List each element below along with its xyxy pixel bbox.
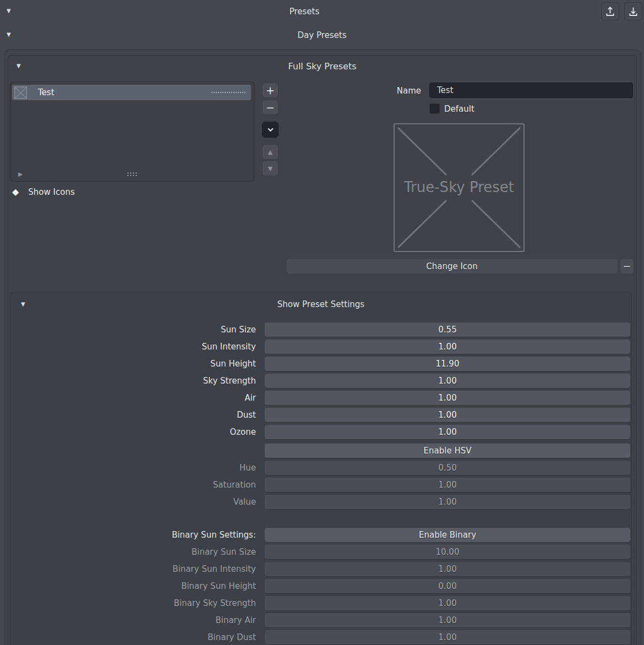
slider-sky-strength[interactable]: 1.00 (265, 374, 630, 388)
setting-label-sun-height: Sun Height (10, 357, 256, 371)
day-presets-panel-title: Day Presets (0, 27, 644, 43)
disclosure-triangle-icon[interactable]: ▼ (17, 63, 21, 69)
name-label: Name (286, 86, 421, 96)
slider-value: 1.00 (438, 598, 456, 608)
slider-value: 1.00 (438, 393, 456, 403)
preset-specials-dropdown-button[interactable] (262, 122, 279, 138)
setting-label-sky-strength: Sky Strength (10, 374, 256, 388)
setting-row: Binary Air1.00 (10, 613, 631, 627)
setting-label-ozone: Ozone (10, 425, 256, 439)
chevron-down-icon (266, 125, 275, 134)
preset-list-item[interactable]: Test (12, 85, 251, 100)
slider-value: 0.55 (438, 325, 456, 335)
remove-icon-button[interactable]: − (620, 258, 634, 274)
presets-panel-title: Presets (0, 3, 609, 20)
slider-sun-intensity[interactable]: 1.00 (265, 340, 630, 354)
setting-row: Enable HSV (10, 444, 631, 458)
setting-label-hue: Hue (10, 461, 256, 475)
missing-image-icon (14, 86, 28, 100)
import-presets-button[interactable] (624, 2, 642, 20)
settings-group: Enable HSVHue0.50Saturation1.00Value1.00 (10, 444, 631, 509)
full-sky-presets-title: Full Sky Presets (8, 58, 637, 75)
setting-label-saturation: Saturation (10, 478, 256, 492)
setting-label-blank (10, 444, 256, 458)
setting-label-air: Air (10, 391, 256, 405)
setting-row: Binary Sun Settings:Enable Binary (10, 528, 631, 542)
preset-list: Test ▶ (10, 81, 254, 182)
setting-row: Air1.00 (10, 391, 631, 405)
setting-row: Binary Sky Strength1.00 (10, 596, 631, 610)
default-checkbox[interactable] (429, 103, 440, 114)
setting-label-binary-air: Binary Air (10, 613, 256, 627)
settings-group: Sun Size0.55Sun Intensity1.00Sun Height1… (10, 322, 631, 439)
setting-label-binary-sun-intensity: Binary Sun Intensity (10, 562, 256, 576)
show-preset-settings-title[interactable]: Show Preset Settings (10, 299, 631, 309)
disclosure-triangle-icon[interactable]: ▼ (7, 8, 11, 14)
slider-dust[interactable]: 1.00 (265, 408, 630, 422)
slider-value: 1.00 (438, 342, 456, 352)
triangle-up-icon: ▲ (268, 149, 272, 155)
setting-row: Sky Strength1.00 (10, 374, 631, 388)
slider-value: 1.00 (438, 376, 456, 386)
setting-row: Ozone1.00 (10, 425, 631, 439)
setting-row: Binary Sun Height0.00 (10, 579, 631, 593)
slider-value: 1.00 (438, 410, 456, 420)
setting-row: Sun Height11.90 (10, 357, 631, 371)
slider-binary-sky-strength[interactable]: 1.00 (265, 596, 630, 610)
name-input[interactable] (429, 83, 633, 98)
day-presets-panel-header[interactable]: ▼ Day Presets (0, 27, 644, 43)
add-preset-button[interactable]: + (262, 83, 279, 98)
setting-label-value: Value (10, 495, 256, 509)
disclosure-triangle-icon[interactable]: ▼ (7, 32, 11, 37)
slider-value: 0.50 (438, 463, 456, 473)
export-presets-button[interactable] (601, 2, 619, 20)
slider-binary-sun-height[interactable]: 0.00 (265, 579, 630, 593)
enable-hsv-toggle[interactable]: Enable HSV (265, 444, 630, 458)
minus-icon: − (266, 102, 275, 113)
slider-value[interactable]: 1.00 (265, 495, 630, 509)
setting-label-binary-dust: Binary Dust (10, 630, 256, 644)
move-preset-up-button[interactable]: ▲ (262, 144, 279, 160)
full-sky-presets-header[interactable]: ▼ Full Sky Presets (8, 58, 637, 75)
enable-binary-toggle[interactable]: Enable Binary (265, 528, 630, 542)
slider-hue[interactable]: 0.50 (265, 461, 630, 475)
slider-value: 11.90 (436, 359, 460, 369)
list-footer: ▶ (18, 170, 246, 178)
slider-sun-size[interactable]: 0.55 (265, 322, 630, 337)
slider-air[interactable]: 1.00 (265, 391, 630, 405)
change-icon-label: Change Icon (426, 261, 478, 271)
slider-value: 1.00 (438, 497, 456, 507)
slider-binary-sun-size[interactable]: 10.00 (265, 545, 630, 559)
diamond-icon: ◆ (12, 188, 19, 196)
show-icons-label: Show Icons (28, 187, 74, 197)
slider-binary-air[interactable]: 1.00 (265, 613, 630, 627)
move-preset-down-button[interactable]: ▼ (262, 161, 279, 176)
minus-icon: − (623, 260, 631, 272)
setting-row: Dust1.00 (10, 408, 631, 422)
slider-binary-dust[interactable]: 1.00 (265, 630, 630, 644)
plus-icon: + (266, 85, 275, 96)
slider-value: 1.00 (438, 615, 456, 625)
slider-sun-height[interactable]: 11.90 (265, 357, 630, 371)
setting-label-sun-intensity: Sun Intensity (10, 340, 256, 354)
setting-label-dust: Dust (10, 408, 256, 422)
remove-preset-button[interactable]: − (262, 100, 279, 115)
change-icon-button[interactable]: Change Icon (286, 258, 618, 274)
setting-label-sun-size: Sun Size (10, 322, 256, 337)
rename-dots (211, 92, 245, 93)
settings-rows: Sun Size0.55Sun Intensity1.00Sun Height1… (10, 322, 631, 645)
slider-value: 1.00 (438, 564, 456, 574)
resize-grip-icon[interactable] (18, 169, 246, 179)
setting-label-binary-sky-strength: Binary Sky Strength (10, 596, 256, 610)
slider-value: 0.00 (438, 581, 456, 591)
preset-icon-preview[interactable]: True-Sky Preset (394, 123, 525, 252)
slider-saturation[interactable]: 1.00 (265, 478, 630, 492)
preset-item-name: Test (38, 88, 54, 97)
slider-binary-sun-intensity[interactable]: 1.00 (265, 562, 630, 576)
show-icons-toggle[interactable]: ◆ Show Icons (12, 187, 75, 197)
setting-row: Saturation1.00 (10, 478, 631, 492)
presets-panel-header[interactable]: ▼ Presets (0, 3, 609, 20)
slider-value: 10.00 (436, 547, 460, 557)
slider-ozone[interactable]: 1.00 (265, 425, 630, 439)
setting-row: Sun Intensity1.00 (10, 340, 631, 354)
